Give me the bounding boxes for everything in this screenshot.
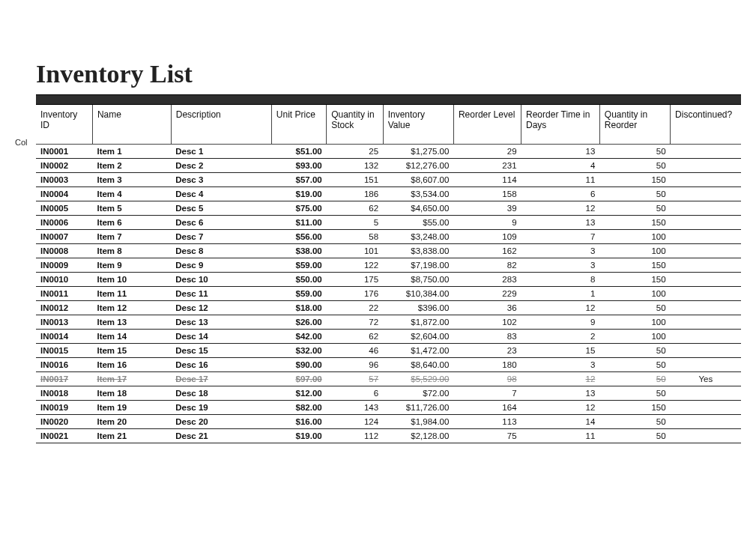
cell-price: $32.00 [271, 344, 326, 358]
table-row: IN0021Item 21Desc 21$19.00112$2,128.0075… [36, 429, 741, 443]
cell-name: Item 12 [92, 301, 171, 315]
cell-value: $8,607.00 [383, 173, 453, 187]
col-name: Name [92, 105, 171, 145]
cell-desc: Desc 12 [171, 301, 271, 315]
cell-value: $3,248.00 [383, 230, 453, 244]
cell-disc [671, 159, 741, 173]
cell-disc [671, 273, 741, 287]
cell-days: 8 [521, 273, 600, 287]
cell-name: Item 7 [92, 230, 171, 244]
table-row: IN0013Item 13Desc 13$26.0072$1,872.00102… [36, 315, 741, 330]
cell-desc: Desc 4 [171, 187, 271, 201]
cell-qre: 50 [599, 358, 670, 372]
cell-reorder: 82 [453, 258, 521, 273]
cell-qty: 5 [327, 216, 383, 230]
cell-qty: 62 [327, 201, 383, 216]
cell-price: $56.00 [271, 230, 326, 244]
cell-days: 3 [521, 258, 600, 273]
cell-price: $50.00 [271, 273, 326, 287]
cell-days: 3 [521, 244, 600, 258]
cell-qty: 101 [327, 244, 383, 258]
cell-qty: 143 [327, 401, 383, 415]
cell-days: 11 [521, 173, 600, 187]
cell-disc [671, 201, 741, 216]
cell-qre: 50 [599, 159, 670, 173]
table-row: IN0015Item 15Desc 15$32.0046$1,472.00231… [36, 344, 741, 358]
cell-qre: 150 [599, 216, 670, 230]
cell-reorder: 102 [453, 315, 521, 330]
cell-price: $75.00 [271, 201, 326, 216]
cell-reorder: 39 [453, 201, 521, 216]
col-discontinued: Discontinued? [671, 105, 741, 145]
cell-qty: 62 [327, 330, 383, 344]
cell-name: Item 1 [92, 145, 171, 159]
cell-price: $16.00 [271, 415, 326, 429]
cell-name: Item 14 [92, 330, 171, 344]
title-bar [36, 94, 741, 105]
cell-disc [671, 401, 741, 415]
cell-price: $18.00 [271, 301, 326, 315]
cell-price: $93.00 [271, 159, 326, 173]
cell-price: $51.00 [271, 145, 326, 159]
cell-name: Item 6 [92, 216, 171, 230]
cell-desc: Desc 11 [171, 287, 271, 301]
cell-name: Item 18 [92, 386, 171, 401]
cell-qty: 151 [327, 173, 383, 187]
cell-disc [671, 145, 741, 159]
cell-reorder: 36 [453, 301, 521, 315]
cell-desc: Desc 7 [171, 230, 271, 244]
cell-value: $3,534.00 [383, 187, 453, 201]
cell-desc: Desc 1 [171, 145, 271, 159]
cell-value: $3,838.00 [383, 244, 453, 258]
cell-desc: Desc 2 [171, 159, 271, 173]
cell-name: Item 2 [92, 159, 171, 173]
cell-disc [671, 216, 741, 230]
cell-qre: 50 [599, 187, 670, 201]
table-row: IN0004Item 4Desc 4$19.00186$3,534.001586… [36, 187, 741, 201]
cell-disc [671, 258, 741, 273]
cell-price: $11.00 [271, 216, 326, 230]
cell-days: 11 [521, 429, 600, 443]
table-row: IN0012Item 12Desc 12$18.0022$396.0036125… [36, 301, 741, 315]
table-row: IN0003Item 3Desc 3$57.00151$8,607.001141… [36, 173, 741, 187]
cell-days: 2 [521, 330, 600, 344]
cell-id: IN0002 [36, 159, 92, 173]
cell-days: 1 [521, 287, 600, 301]
cell-qre: 100 [599, 315, 670, 330]
cell-reorder: 29 [453, 145, 521, 159]
col-reorder-days: Reorder Time in Days [521, 105, 600, 145]
table-row: IN0006Item 6Desc 6$11.005$55.00913150 [36, 216, 741, 230]
cell-disc [671, 230, 741, 244]
cell-disc [671, 301, 741, 315]
cell-reorder: 75 [453, 429, 521, 443]
cell-qre: 100 [599, 287, 670, 301]
cell-desc: Desc 14 [171, 330, 271, 344]
cell-name: Item 17 [92, 372, 171, 386]
cell-reorder: 98 [453, 372, 521, 386]
cell-days: 9 [521, 315, 600, 330]
cell-name: Item 9 [92, 258, 171, 273]
cell-qty: 58 [327, 230, 383, 244]
cell-reorder: 231 [453, 159, 521, 173]
cell-days: 12 [521, 201, 600, 216]
cell-days: 13 [521, 386, 600, 401]
cell-qty: 175 [327, 273, 383, 287]
cell-id: IN0014 [36, 330, 92, 344]
cell-desc: Desc 16 [171, 358, 271, 372]
table-row: IN0017Item 17Desc 17$97.0057$5,529.00981… [36, 372, 741, 386]
cell-value: $5,529.00 [383, 372, 453, 386]
table-row: IN0009Item 9Desc 9$59.00122$7,198.008231… [36, 258, 741, 273]
cell-days: 14 [521, 415, 600, 429]
cell-disc [671, 287, 741, 301]
cell-qre: 50 [599, 386, 670, 401]
table-row: IN0018Item 18Desc 18$12.006$72.0071350 [36, 386, 741, 401]
cell-value: $1,472.00 [383, 344, 453, 358]
cell-value: $1,275.00 [383, 145, 453, 159]
cell-name: Item 15 [92, 344, 171, 358]
cell-days: 13 [521, 216, 600, 230]
cell-qty: 112 [327, 429, 383, 443]
cell-id: IN0012 [36, 301, 92, 315]
col-reorder-level: Reorder Level [453, 105, 521, 145]
col-qty-reorder: Quantity in Reorder [599, 105, 670, 145]
cell-name: Item 4 [92, 187, 171, 201]
